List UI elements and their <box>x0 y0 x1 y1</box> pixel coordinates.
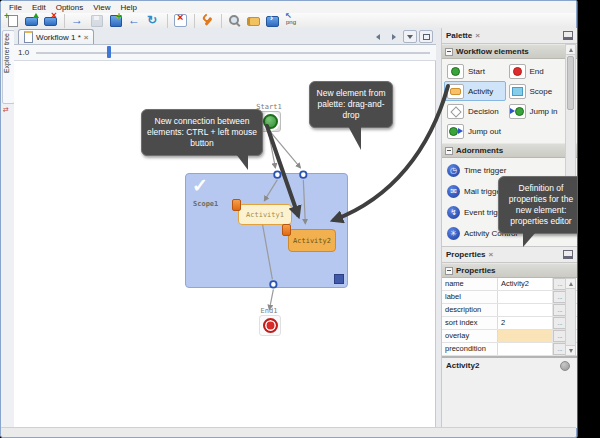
properties-tab-row: Properties × <box>442 246 577 263</box>
property-name: label <box>442 291 498 303</box>
properties-tab-close-icon[interactable]: × <box>489 250 494 259</box>
palette-item-decision[interactable]: Decision <box>444 101 506 121</box>
property-value[interactable]: Activity2 <box>498 278 553 290</box>
property-value[interactable] <box>498 343 553 355</box>
console-icon <box>265 14 280 27</box>
palette-item-scope[interactable]: Scope <box>506 81 568 101</box>
collapse-section-icon[interactable] <box>445 48 453 56</box>
menu-edit[interactable]: Edit <box>27 3 51 12</box>
tab-list-dropdown-button[interactable] <box>403 30 417 43</box>
app-window: File Edit Options View Help Explorer tre… <box>0 0 578 438</box>
palette-item-end[interactable]: End <box>506 61 568 81</box>
tab-nav <box>371 30 433 43</box>
properties-scrollbar[interactable] <box>565 278 576 356</box>
workflow-canvas[interactable]: ✓ Scope1 <box>14 61 436 428</box>
scroll-up-icon[interactable] <box>566 45 575 55</box>
adornments-title: Adornments <box>456 146 503 155</box>
connector-start-to-scope-1[interactable] <box>268 132 275 168</box>
editor-tab-strip: Workflow 1 * × <box>14 28 436 45</box>
scroll-tabs-right-button[interactable] <box>387 30 401 43</box>
delete-button[interactable] <box>167 14 190 28</box>
scroll-tabs-left-button[interactable] <box>371 30 385 43</box>
png-export-icon <box>284 14 299 27</box>
callout-new-connection: New connection between elements: CTRL + … <box>141 109 263 156</box>
adornments-header[interactable]: Adornments <box>442 143 577 158</box>
property-name: description <box>442 304 498 316</box>
palette-item-label: Time trigger <box>464 166 506 175</box>
minimize-palette-icon[interactable] <box>563 31 573 40</box>
jump-out-icon <box>447 124 464 139</box>
collapse-section-icon[interactable] <box>445 147 453 155</box>
activity1-node[interactable]: Activity1 <box>238 204 292 225</box>
palette-item-label: End <box>530 67 544 76</box>
workflow-elements-header[interactable]: Workflow elements <box>442 44 577 59</box>
close-workflow-button[interactable] <box>41 14 60 28</box>
palette-item-start[interactable]: Start <box>444 61 506 81</box>
event-trigger-icon: ↯ <box>447 206 460 219</box>
magnifier-icon <box>227 14 242 27</box>
forward-button[interactable] <box>64 14 87 28</box>
zoom-slider-handle[interactable] <box>107 46 111 58</box>
open-workflow-button[interactable] <box>22 14 41 28</box>
end-icon <box>509 64 526 79</box>
console-button[interactable] <box>263 14 282 28</box>
properties-footer: Activity2 <box>442 356 577 372</box>
palette-item-activity[interactable]: Activity <box>444 81 506 101</box>
save-button[interactable] <box>87 14 106 28</box>
properties-tab[interactable]: Properties <box>446 250 486 259</box>
explorer-tree-label: Explorer tree <box>3 33 10 73</box>
activity1-label: Activity1 <box>246 211 284 219</box>
save-as-button[interactable] <box>106 14 125 28</box>
collapse-section-icon[interactable] <box>445 267 453 275</box>
workflow-file-icon <box>24 31 33 43</box>
connector-start-to-scope-2[interactable] <box>270 132 300 168</box>
properties-section-header[interactable]: Properties <box>442 263 577 278</box>
settings-button[interactable] <box>194 14 217 28</box>
scope-resize-handle[interactable] <box>334 274 344 284</box>
menu-view[interactable]: View <box>88 3 115 12</box>
export-png-button[interactable] <box>282 14 301 28</box>
property-name: sort index <box>442 317 498 329</box>
property-value[interactable] <box>498 291 553 303</box>
adornment-badge-icon <box>232 199 241 211</box>
property-row: overlay ... <box>442 330 577 343</box>
shape-tool-button[interactable] <box>244 14 263 28</box>
zoom-level: 1.0 <box>18 48 29 57</box>
scroll-up-icon[interactable] <box>566 279 575 289</box>
start-circle-icon <box>263 114 278 129</box>
triangle-left-icon <box>376 34 380 40</box>
explorer-tree-panel: Explorer tree ⇄ <box>1 28 15 428</box>
tab-close-icon[interactable]: × <box>84 33 89 42</box>
new-workflow-button[interactable] <box>3 14 22 28</box>
back-button[interactable] <box>125 14 144 28</box>
scroll-down-icon[interactable] <box>566 345 575 355</box>
zoom-slider-track[interactable] <box>36 52 430 54</box>
callout-properties-editor: Definition of properties for the new ele… <box>498 176 578 234</box>
arrow-left-icon <box>127 14 142 27</box>
property-row: label ... <box>442 291 577 304</box>
maximize-editor-button[interactable] <box>419 30 433 43</box>
property-value[interactable] <box>498 330 553 342</box>
zoom-tool-button[interactable] <box>221 14 244 28</box>
selected-element-name: Activity2 <box>446 361 479 370</box>
property-value[interactable]: 2 <box>498 317 553 329</box>
end-node-label: End1 <box>249 307 289 315</box>
activity2-node[interactable]: Activity2 <box>288 229 336 252</box>
palette-tab-close-icon[interactable]: × <box>475 31 480 40</box>
reload-button[interactable] <box>144 14 163 28</box>
property-value[interactable] <box>498 304 553 316</box>
scrollbar-thumb[interactable] <box>567 56 574 110</box>
tab-workflow-1[interactable]: Workflow 1 * × <box>18 29 94 44</box>
editor-area: Workflow 1 * × 1.0 ✓ Scope1 <box>14 28 436 428</box>
scope-label: Scope1 <box>193 200 218 208</box>
end-node[interactable] <box>259 315 281 336</box>
property-name: precondition <box>442 343 498 355</box>
property-row: precondition ... <box>442 343 577 356</box>
minimize-properties-icon[interactable] <box>563 250 573 259</box>
palette-item-jump-in[interactable]: Jump in <box>506 101 568 121</box>
palette-item-jump-out[interactable]: Jump out <box>444 121 506 141</box>
toolbar <box>1 13 576 29</box>
palette-item-label: Scope <box>530 87 553 96</box>
palette-tab[interactable]: Palette <box>446 31 472 40</box>
status-bar <box>1 427 576 437</box>
